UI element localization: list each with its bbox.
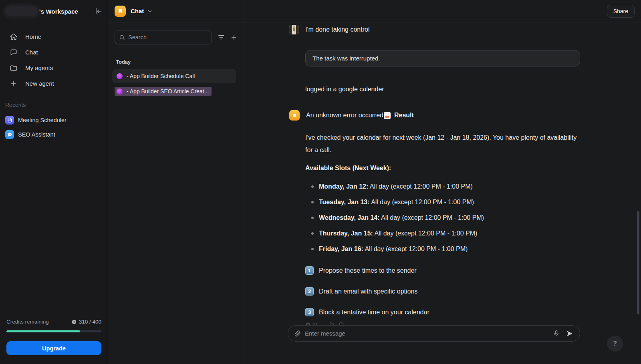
credits-label: Credits remaining xyxy=(6,319,49,325)
system-interrupt-bubble: The task was interrupted. xyxy=(305,50,580,66)
sidebar-item-chat[interactable]: Chat xyxy=(3,44,105,60)
sidebar-item-label: New agent xyxy=(25,80,54,87)
bullet-icon xyxy=(311,232,314,235)
upgrade-button[interactable]: Upgrade xyxy=(6,341,101,355)
credits-block: Credits remaining 310 / 400 Upgrade xyxy=(0,319,108,364)
credits-progress-fill xyxy=(6,330,80,332)
sidebar-item-label: Chat xyxy=(25,49,38,56)
coin-icon xyxy=(71,319,77,325)
chat-list-panel: Chat Today - App Builder Schedule Call -… xyxy=(108,0,244,364)
recent-item-seo-assistant[interactable]: SEO Assistant xyxy=(5,127,108,142)
workspace-header: 's Workspace xyxy=(0,0,108,22)
sidebar-item-label: Home xyxy=(25,33,41,40)
collapse-sidebar-icon[interactable] xyxy=(94,7,102,15)
agent-bookmark-icon xyxy=(115,6,126,17)
agent-dot-icon xyxy=(117,88,123,95)
agent-status-line: An unknown error occurred JUL 17 Result xyxy=(306,112,414,119)
main-header: Share xyxy=(244,0,641,22)
sidebar-nav: Home Chat My agents New agent xyxy=(0,29,108,91)
option-text: Draft an email with specific options xyxy=(319,288,417,295)
user-message-2: logged in a google calender xyxy=(305,86,580,93)
workspace-title: 's Workspace xyxy=(39,8,78,15)
seo-assistant-icon xyxy=(5,130,14,139)
text-selection-highlight: - App Builder SEO Article Creat... xyxy=(115,87,212,96)
new-chat-plus-icon[interactable] xyxy=(230,34,238,41)
left-sidebar: 's Workspace Home Chat My agents xyxy=(0,0,108,364)
agent-dot-icon xyxy=(117,73,123,79)
conversation-scroll-area[interactable]: I'm done taking control The task was int… xyxy=(244,22,641,364)
agent-message-body: I've checked your calendar for next week… xyxy=(305,131,586,327)
share-button[interactable]: Share xyxy=(607,5,635,18)
chat-panel-header: Chat xyxy=(108,0,244,22)
scrollbar-thumb[interactable] xyxy=(637,211,639,314)
option-row-1: 1 Propose these times to the sender xyxy=(305,266,586,275)
availability-list: Monday, Jan 12: All day (except 12:00 PM… xyxy=(305,182,586,254)
recents-heading: Recents xyxy=(5,102,108,108)
agent-bookmark-icon xyxy=(289,110,300,121)
option-row-2: 2 Draft an email with specific options xyxy=(305,287,586,296)
redacted-workspace-name xyxy=(6,6,38,16)
sidebar-item-my-agents[interactable]: My agents xyxy=(3,60,105,76)
help-button[interactable]: ? xyxy=(607,336,623,352)
home-icon xyxy=(10,33,18,41)
search-box[interactable] xyxy=(115,30,212,44)
agent-status-text: An unknown error occurred xyxy=(306,112,383,119)
user-message-text: I'm done taking control xyxy=(305,26,369,33)
list-item: Wednesday, Jan 14: All day (except 12:00… xyxy=(305,213,586,223)
recent-item-label: Meeting Scheduler xyxy=(18,117,67,123)
option-text: Propose these times to the sender xyxy=(319,267,417,274)
keycap-3-icon: 3 xyxy=(305,308,314,316)
search-icon xyxy=(119,34,125,40)
sidebar-item-home[interactable]: Home xyxy=(3,29,105,44)
chat-item-label: - App Builder SEO Article Creat... xyxy=(127,88,209,95)
search-input[interactable] xyxy=(128,34,208,40)
chat-bubble-icon xyxy=(10,48,18,56)
chevron-down-icon[interactable] xyxy=(147,8,153,14)
chat-panel-title: Chat xyxy=(131,8,144,14)
microphone-icon[interactable] xyxy=(553,330,560,337)
main-area: Share I'm done taking control The task w… xyxy=(244,0,641,364)
message-input[interactable] xyxy=(305,330,553,337)
bullet-icon xyxy=(311,201,314,203)
option-row-3: 3 Block a tentative time on your calenda… xyxy=(305,308,586,316)
credits-value: 310 / 400 xyxy=(71,319,101,325)
recents-list: Meeting Scheduler SEO Assistant xyxy=(0,113,108,142)
list-item: Monday, Jan 12: All day (except 12:00 PM… xyxy=(305,182,586,191)
agent-message-header: An unknown error occurred JUL 17 Result xyxy=(289,110,580,121)
sidebar-item-label: My agents xyxy=(25,64,53,71)
bullet-icon xyxy=(311,217,314,219)
option-text: Block a tentative time on your calendar xyxy=(319,309,429,316)
filter-icon[interactable] xyxy=(218,34,225,41)
slots-heading: Available Slots (Next Week): xyxy=(305,165,586,172)
chat-item-seo-article[interactable]: - App Builder SEO Article Creat... xyxy=(112,86,236,97)
recent-item-label: SEO Assistant xyxy=(18,131,55,138)
send-icon[interactable] xyxy=(566,330,573,337)
sidebar-item-new-agent[interactable]: New agent xyxy=(3,76,105,91)
user-avatar xyxy=(289,25,299,34)
list-item: Tuesday, Jan 13: All day (except 12:00 P… xyxy=(305,197,586,207)
keycap-1-icon: 1 xyxy=(305,266,314,275)
attachment-icon[interactable] xyxy=(294,330,301,337)
message-composer[interactable] xyxy=(288,325,580,342)
search-row xyxy=(115,30,238,44)
meeting-scheduler-icon xyxy=(5,116,14,125)
bullet-icon xyxy=(311,185,314,188)
list-item: Thursday, Jan 15: All day (except 12:00 … xyxy=(305,229,586,238)
result-label: Result xyxy=(394,112,414,119)
list-item: Friday, Jan 16: All day (except 12:00 PM… xyxy=(305,244,586,254)
today-section-label: Today xyxy=(116,59,244,65)
plus-icon xyxy=(10,80,18,88)
bullet-icon xyxy=(311,248,314,250)
keycap-2-icon: 2 xyxy=(305,287,314,296)
chat-item-schedule-call[interactable]: - App Builder Schedule Call xyxy=(112,69,236,83)
chat-item-label: - App Builder Schedule Call xyxy=(127,73,195,79)
user-message: I'm done taking control xyxy=(289,25,580,34)
credits-progress-track xyxy=(6,330,101,332)
recent-item-meeting-scheduler[interactable]: Meeting Scheduler xyxy=(5,113,108,127)
folder-icon xyxy=(10,64,18,72)
calendar-emoji-icon: JUL 17 xyxy=(384,112,391,119)
agent-intro-text: I've checked your calendar for next week… xyxy=(305,131,586,156)
